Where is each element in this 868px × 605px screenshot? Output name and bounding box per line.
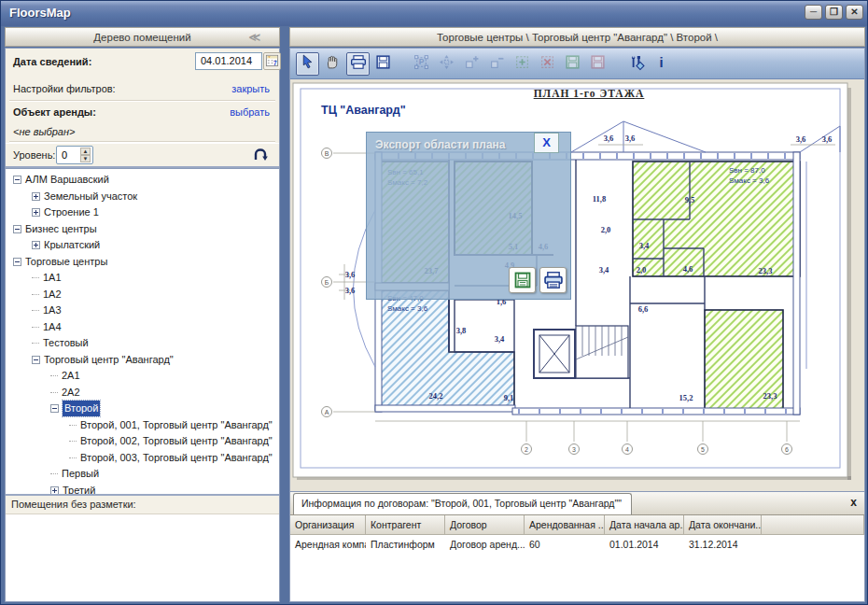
collapse-icon[interactable]	[13, 176, 21, 184]
collapse-panel-button[interactable]: ≪	[248, 31, 259, 44]
delete-region-button[interactable]	[536, 52, 559, 76]
tree-item-label: Тестовый	[43, 335, 89, 351]
filter-close-link[interactable]: закрыть	[231, 83, 270, 94]
collapse-icon[interactable]	[32, 356, 40, 364]
minimize-button[interactable]: ─	[805, 5, 822, 20]
info-button[interactable]: i	[650, 52, 673, 76]
filter-settings-label: Настройки фильтров:	[13, 83, 116, 94]
column-header[interactable]: Дата окончани...	[684, 515, 762, 535]
expand-icon[interactable]	[32, 192, 40, 201]
tree-item[interactable]: Тестовый	[6, 335, 279, 352]
tree-item[interactable]: АЛМ Варшавский	[6, 172, 279, 189]
tree-item-label: 1А1	[43, 270, 62, 286]
dimension-label: 24,2	[429, 391, 443, 401]
tree-item[interactable]: 2А1	[6, 368, 279, 385]
print-button[interactable]	[346, 52, 370, 76]
close-button[interactable]: ✕	[846, 5, 863, 20]
column-header[interactable]: Арендованная ...	[525, 515, 605, 535]
spinner-down-button[interactable]: ▼	[80, 155, 91, 162]
column-header[interactable]: Контрагент	[366, 515, 445, 535]
tree-item[interactable]: Торговый центр "Авангард"	[6, 352, 279, 369]
save-region-green-button[interactable]	[561, 52, 584, 76]
tree-item[interactable]: Второй, 001, Торговый центр "Авангард"	[6, 417, 279, 434]
zoom-out-region-button[interactable]	[485, 52, 509, 76]
level-spinner[interactable]: 0 ▲ ▼	[56, 146, 93, 164]
tree-item[interactable]: 1А1	[6, 270, 279, 287]
spinner-up-button[interactable]: ▲	[80, 148, 91, 155]
export-print-button[interactable]	[539, 267, 567, 293]
dimension-label: 3,6	[345, 286, 356, 295]
tree-item[interactable]: 2А2	[6, 385, 279, 401]
tree-item[interactable]: Второй, 002, Торговый центр "Авангард"	[6, 433, 279, 450]
titlebar[interactable]: FloorsMap ─ ❐ ✕	[1, 1, 868, 26]
move-region-icon	[439, 54, 455, 73]
contracts-table-body: Арендная компа...ПластинформДоговор арен…	[290, 535, 864, 554]
add-region-button[interactable]	[511, 52, 534, 76]
tree-item[interactable]: Бизнес центры	[6, 221, 279, 238]
export-overlay-close-button[interactable]: X	[534, 133, 559, 153]
unmarked-rooms-header: Помещения без разметки:	[6, 496, 279, 514]
column-header[interactable]: Дата начала ар...	[605, 515, 684, 535]
tree-item[interactable]: Строение 1	[6, 204, 279, 221]
axis-marker: В	[321, 148, 332, 159]
rooms-tree[interactable]: АЛМ ВаршавскийЗемельный участокСтроение …	[6, 168, 279, 494]
tree-item-label: 1А3	[43, 302, 62, 318]
svg-text:i: i	[659, 55, 663, 70]
tree-connector	[50, 473, 58, 474]
calendar-button[interactable]: 7	[263, 52, 281, 70]
pan-hand-button[interactable]	[321, 52, 344, 76]
settings-button[interactable]	[624, 52, 648, 76]
tree-item[interactable]: Земельный участок	[6, 189, 279, 205]
tree-item[interactable]: Второй	[6, 401, 279, 417]
room-area-label: Sвн = 87,0Sмакс = 3,6	[729, 165, 769, 186]
dimension-label: 3,6	[796, 134, 806, 144]
axis-marker: 3	[568, 443, 580, 455]
tree-connector	[32, 277, 39, 278]
expand-icon[interactable]	[32, 208, 40, 217]
dimension-label: 3,4	[639, 241, 650, 250]
pan-hand-icon	[325, 54, 341, 73]
unmarked-rooms-list[interactable]	[6, 514, 279, 601]
tree-item-label: Бизнес центры	[25, 221, 97, 237]
column-header[interactable]: Организация	[290, 515, 366, 535]
collapse-icon[interactable]	[50, 404, 59, 413]
export-region-overlay[interactable]: Экспорт области плана X	[366, 132, 571, 300]
cursor-button[interactable]	[296, 52, 319, 76]
tree-item[interactable]: Третий	[6, 483, 279, 495]
plan-title: ПЛАН 1-го ЭТАЖА	[505, 88, 673, 99]
tree-item[interactable]: Второй, 003, Торговый центр "Авангард"	[6, 450, 279, 467]
tree-item[interactable]: 1А4	[6, 319, 279, 336]
restore-button[interactable]: ❐	[825, 5, 843, 20]
floor-plan[interactable]: ПЛАН 1-го ЭТАЖА ТЦ "Авангард" 3,63,63,63…	[290, 79, 864, 491]
refresh-button[interactable]	[251, 145, 270, 167]
export-region-button[interactable]: P	[410, 52, 433, 76]
dimension-label: 3,8	[456, 326, 467, 335]
lease-select-link[interactable]: выбрать	[230, 106, 270, 118]
expand-icon[interactable]	[50, 486, 59, 494]
tree-item[interactable]: Крылатский	[6, 237, 279, 254]
save-button[interactable]	[371, 52, 395, 76]
tree-item-label: Первый	[62, 466, 99, 482]
dimension-label: 3,4	[599, 265, 609, 274]
export-save-button[interactable]	[509, 267, 536, 293]
collapse-icon[interactable]	[13, 258, 21, 266]
table-row[interactable]: Арендная компа...ПластинформДоговор арен…	[290, 535, 864, 554]
tree-item[interactable]: Первый	[6, 466, 279, 483]
axis-marker: 4	[622, 443, 633, 455]
contracts-close-button[interactable]: x	[850, 496, 857, 509]
column-header[interactable]: Договор	[445, 515, 525, 535]
tree-item[interactable]: 1А3	[6, 302, 279, 319]
tree-item[interactable]: 1А2	[6, 287, 279, 303]
save-region-red-button[interactable]	[586, 52, 609, 76]
tree-connector	[50, 392, 58, 393]
contracts-tab[interactable]: Информация по договорам: "Второй, 001, Т…	[293, 493, 632, 514]
tree-item-label: Торговые центры	[25, 254, 107, 270]
tree-item[interactable]: Торговые центры	[6, 254, 279, 271]
zoom-in-region-button[interactable]	[460, 52, 483, 76]
date-input[interactable]: 04.01.2014	[195, 52, 262, 70]
tree-item-label: 1А4	[43, 319, 62, 335]
collapse-icon[interactable]	[13, 225, 21, 233]
move-region-button[interactable]	[435, 52, 458, 76]
expand-icon[interactable]	[32, 241, 40, 249]
tree-connector	[32, 327, 39, 328]
